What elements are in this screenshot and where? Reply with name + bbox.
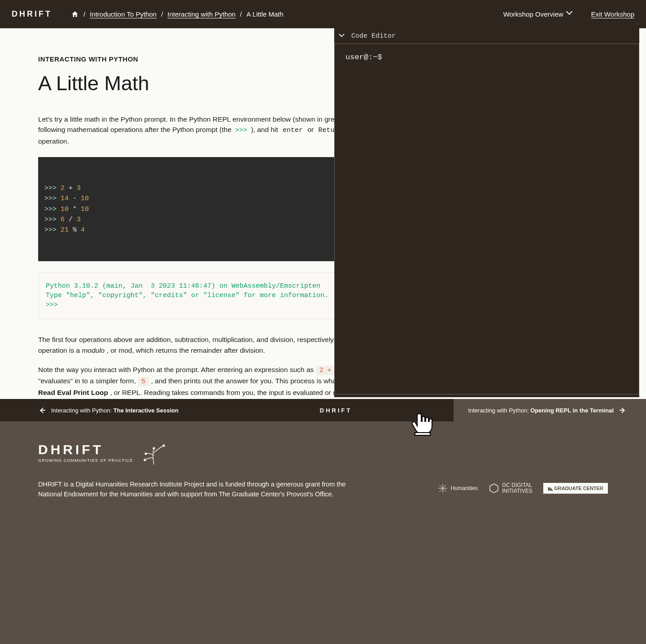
svg-point-2 [163,445,165,447]
footer-logo-block: DHRIFT GROWING COMMUNITIES OF PRACTICE [38,442,133,463]
body-text: , or mod, which returns the remainder af… [107,346,265,354]
hex-icon [489,483,499,494]
inline-enter-key: enter [280,126,306,135]
code-number: 10 [81,206,89,213]
breadcrumb-intro-link[interactable]: Introduction To Python [90,10,157,18]
arrow-left-icon [39,407,46,413]
sponsor-gc-label: GRADUATE CENTER [554,486,603,491]
nav-center-logo: DHRIFT [320,407,352,414]
prev-lesson-label: Interacting with Python: The Interactive… [51,407,179,414]
footer-logo: DHRIFT [38,442,133,457]
sponsor-graduate-center[interactable]: ▮◣ GRADUATE CENTER [543,483,608,494]
code-operator: + [65,184,77,192]
header-right: Workshop Overview Exit Workshop [503,10,634,18]
inline-prompt-code: >>> [233,127,249,134]
next-title: Opening REPL in the Terminal [530,407,614,414]
svg-point-1 [144,459,146,461]
code-number: 6 [61,216,65,223]
code-number: 4 [81,226,85,234]
code-editor-title: Code Editor [351,32,396,40]
site-logo[interactable]: DHRIFT [12,9,52,19]
site-footer: DHRIFT GROWING COMMUNITIES OF PRACTICE D… [0,421,646,644]
code-number: 3 [77,184,81,192]
prev-prefix: Interacting with Python: [51,407,113,414]
sponsor-neh[interactable]: Humanities [437,480,478,497]
footer-top: DHRIFT GROWING COMMUNITIES OF PRACTICE [38,442,608,465]
svg-point-3 [153,447,155,449]
code-number: 2 [61,184,65,192]
code-operator: % [69,226,81,234]
sponsor-gcdi[interactable]: GC DIGITAL INITIATIVES [489,480,533,497]
header-bar: DHRIFT / Introduction To Python / Intera… [0,0,646,28]
footer-description: DHRIFT is a Digital Humanities Research … [38,480,348,499]
header-left: DHRIFT / Introduction To Python / Intera… [12,9,284,19]
svg-point-0 [145,453,147,455]
home-icon[interactable] [71,10,79,18]
chevron-down-icon [340,33,345,39]
repl-prompt: >>> [44,206,61,213]
breadcrumb: / Introduction To Python / Interacting w… [71,10,284,18]
code-operator: / [65,216,77,223]
workshop-overview-button[interactable]: Workshop Overview [503,10,573,18]
arrow-right-icon [619,407,625,413]
next-lesson-button[interactable]: Interacting with Python: Opening REPL in… [454,399,646,421]
sponsor-logos: Humanities GC DIGITAL INITIATIVES ▮◣ GRA… [437,480,608,497]
workshop-overview-label: Workshop Overview [503,10,563,18]
svg-marker-8 [490,484,498,493]
code-number: 21 [61,226,69,234]
plant-icon [141,442,168,465]
code-number: 14 [61,195,69,202]
breadcrumb-separator: / [240,10,242,18]
breadcrumb-interacting-link[interactable]: Interacting with Python [167,10,236,18]
inline-code-result: 5 [138,377,149,386]
code-editor-header[interactable]: Code Editor [334,28,639,44]
intro-text: or [307,126,315,133]
repl-acronym: Read Eval Print Loop [38,389,108,396]
breadcrumb-separator: / [161,10,163,18]
body-text: Note the way you interact with Python at… [38,366,316,373]
prev-lesson-button[interactable]: Interacting with Python: The Interactive… [0,399,218,421]
chevron-down-icon [567,11,573,18]
repl-prompt: >>> [44,216,61,223]
footer-bottom: DHRIFT is a Digital Humanities Research … [38,480,608,499]
repl-prompt: >>> [44,184,61,192]
modulo-term: modulo [82,346,105,354]
sponsor-ne.neh-label: Humanities [451,485,478,491]
breadcrumb-current: A Little Math [246,10,284,18]
exit-workshop-link[interactable]: Exit Workshop [591,10,634,18]
prev-title: The Interactive Session [113,407,179,414]
footer-tagline: GROWING COMMUNITIES OF PRACTICE [38,458,133,463]
next-lesson-label: Interacting with Python: Opening REPL in… [468,407,614,414]
terminal-prompt: user@:~$ [345,53,628,61]
breadcrumb-separator: / [83,10,85,18]
sponsor-gcdi-l2: INITIATIVES [502,488,533,494]
code-number: 3 [77,216,81,223]
lesson-nav-bar: Interacting with Python: The Interactive… [0,399,646,421]
intro-text: ), and hit [251,126,280,133]
repl-prompt: >>> [44,226,61,234]
code-editor-panel: Code Editor user@:~$ [334,28,639,397]
burst-icon [437,483,448,494]
code-number: 10 [61,206,69,213]
repl-prompt: >>> [44,195,61,202]
next-prefix: Interacting with Python: [468,407,530,414]
code-editor-body[interactable]: user@:~$ [334,44,639,394]
code-operator: * [69,206,81,213]
code-operator: - [69,195,81,202]
code-number: 10 [81,195,89,202]
lesson-content: INTERACTING WITH PYTHON A Little Math Le… [0,55,393,438]
